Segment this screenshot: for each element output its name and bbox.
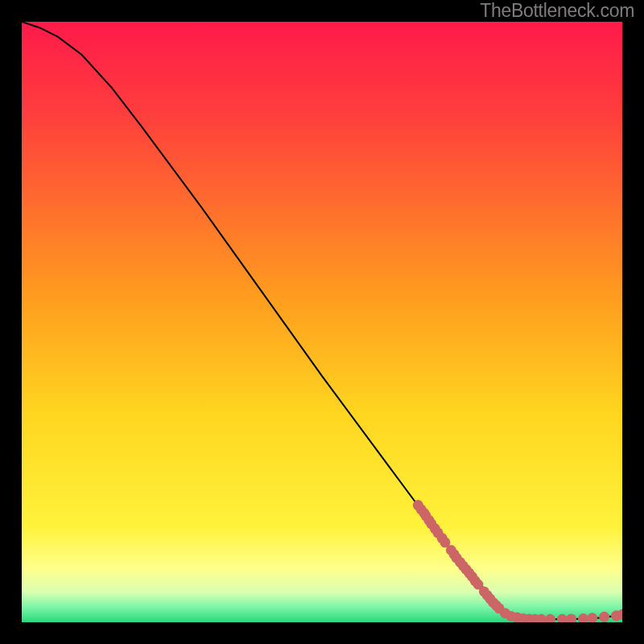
chart-svg: [22, 22, 622, 622]
chart-plot-area: [22, 22, 622, 622]
scatter-point: [599, 612, 609, 622]
watermark-label: TheBottleneck.com: [480, 0, 634, 22]
gradient-background: [22, 22, 622, 622]
